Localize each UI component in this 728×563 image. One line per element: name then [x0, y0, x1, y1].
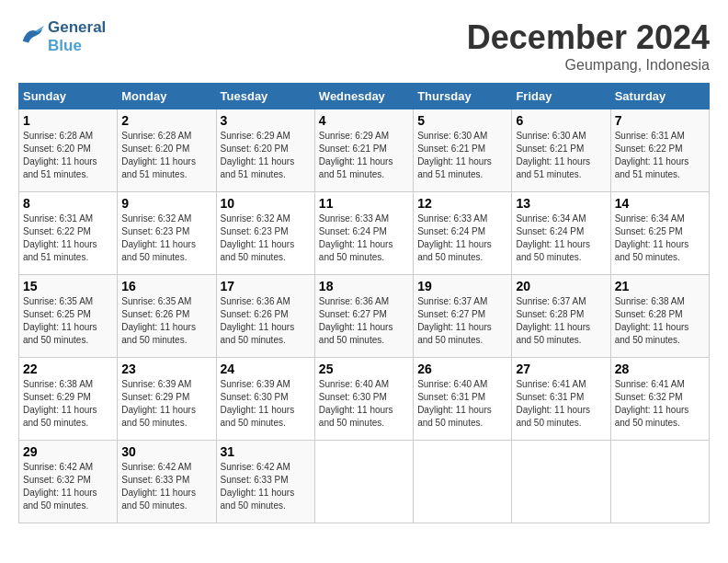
logo-bird-icon: [18, 24, 44, 50]
title-block: December 2024 Geumpang, Indonesia: [467, 18, 710, 74]
calendar-table: SundayMondayTuesdayWednesdayThursdayFrid…: [18, 83, 710, 523]
calendar-cell: 31 Sunrise: 6:42 AM Sunset: 6:33 PM Dayl…: [216, 441, 314, 523]
calendar-cell: 5 Sunrise: 6:30 AM Sunset: 6:21 PM Dayli…: [414, 109, 512, 192]
calendar-cell: 6 Sunrise: 6:30 AM Sunset: 6:21 PM Dayli…: [512, 109, 610, 192]
day-info: Sunrise: 6:31 AM Sunset: 6:22 PM Dayligh…: [615, 130, 705, 181]
day-number: 8: [23, 196, 113, 211]
day-info: Sunrise: 6:41 AM Sunset: 6:31 PM Dayligh…: [516, 378, 606, 430]
week-row-4: 22 Sunrise: 6:38 AM Sunset: 6:29 PM Dayl…: [19, 358, 710, 441]
day-info: Sunrise: 6:39 AM Sunset: 6:30 PM Dayligh…: [221, 378, 311, 430]
calendar-cell: 23 Sunrise: 6:39 AM Sunset: 6:29 PM Dayl…: [118, 358, 216, 441]
calendar-cell: [512, 441, 610, 523]
calendar-cell: 24 Sunrise: 6:39 AM Sunset: 6:30 PM Dayl…: [216, 358, 314, 441]
calendar-cell: 14 Sunrise: 6:34 AM Sunset: 6:25 PM Dayl…: [610, 192, 709, 275]
calendar-cell: 1 Sunrise: 6:28 AM Sunset: 6:20 PM Dayli…: [19, 109, 118, 192]
calendar-cell: 16 Sunrise: 6:35 AM Sunset: 6:26 PM Dayl…: [118, 275, 216, 358]
calendar-cell: 22 Sunrise: 6:38 AM Sunset: 6:29 PM Dayl…: [19, 358, 118, 441]
day-number: 31: [221, 444, 311, 459]
day-number: 14: [615, 196, 705, 211]
day-number: 21: [615, 279, 705, 293]
week-row-3: 15 Sunrise: 6:35 AM Sunset: 6:25 PM Dayl…: [19, 275, 710, 358]
day-info: Sunrise: 6:28 AM Sunset: 6:20 PM Dayligh…: [121, 130, 211, 181]
day-number: 27: [516, 362, 606, 376]
calendar-cell: 7 Sunrise: 6:31 AM Sunset: 6:22 PM Dayli…: [610, 109, 709, 192]
day-info: Sunrise: 6:37 AM Sunset: 6:28 PM Dayligh…: [516, 295, 606, 347]
day-info: Sunrise: 6:33 AM Sunset: 6:24 PM Dayligh…: [319, 213, 409, 264]
day-info: Sunrise: 6:38 AM Sunset: 6:29 PM Dayligh…: [23, 378, 113, 430]
day-number: 12: [417, 196, 507, 211]
calendar-cell: 2 Sunrise: 6:28 AM Sunset: 6:20 PM Dayli…: [118, 109, 216, 192]
week-row-5: 29 Sunrise: 6:42 AM Sunset: 6:32 PM Dayl…: [19, 441, 710, 523]
day-number: 28: [615, 362, 705, 376]
calendar-cell: 30 Sunrise: 6:42 AM Sunset: 6:33 PM Dayl…: [118, 441, 216, 523]
day-number: 7: [615, 113, 705, 128]
header-sunday: Sunday: [19, 84, 118, 109]
day-number: 15: [23, 279, 113, 293]
calendar-cell: 12 Sunrise: 6:33 AM Sunset: 6:24 PM Dayl…: [414, 192, 512, 275]
page-header: General Blue December 2024 Geumpang, Ind…: [18, 18, 710, 74]
logo-text: General Blue: [48, 18, 106, 56]
day-info: Sunrise: 6:40 AM Sunset: 6:31 PM Dayligh…: [417, 378, 507, 430]
day-info: Sunrise: 6:36 AM Sunset: 6:27 PM Dayligh…: [319, 295, 409, 347]
day-info: Sunrise: 6:34 AM Sunset: 6:24 PM Dayligh…: [516, 213, 606, 264]
day-info: Sunrise: 6:35 AM Sunset: 6:25 PM Dayligh…: [23, 295, 113, 347]
day-info: Sunrise: 6:30 AM Sunset: 6:21 PM Dayligh…: [516, 130, 606, 181]
calendar-cell: 19 Sunrise: 6:37 AM Sunset: 6:27 PM Dayl…: [414, 275, 512, 358]
day-number: 4: [319, 113, 409, 128]
day-number: 16: [121, 279, 211, 293]
day-number: 24: [221, 362, 311, 376]
calendar-cell: 8 Sunrise: 6:31 AM Sunset: 6:22 PM Dayli…: [19, 192, 118, 275]
calendar-cell: 27 Sunrise: 6:41 AM Sunset: 6:31 PM Dayl…: [512, 358, 610, 441]
day-number: 6: [516, 113, 606, 128]
day-info: Sunrise: 6:41 AM Sunset: 6:32 PM Dayligh…: [615, 378, 705, 430]
day-number: 22: [23, 362, 113, 376]
calendar-cell: 10 Sunrise: 6:32 AM Sunset: 6:23 PM Dayl…: [216, 192, 314, 275]
week-row-2: 8 Sunrise: 6:31 AM Sunset: 6:22 PM Dayli…: [19, 192, 710, 275]
calendar-cell: 29 Sunrise: 6:42 AM Sunset: 6:32 PM Dayl…: [19, 441, 118, 523]
day-info: Sunrise: 6:39 AM Sunset: 6:29 PM Dayligh…: [121, 378, 211, 430]
day-info: Sunrise: 6:35 AM Sunset: 6:26 PM Dayligh…: [121, 295, 211, 347]
week-row-1: 1 Sunrise: 6:28 AM Sunset: 6:20 PM Dayli…: [19, 109, 710, 192]
day-info: Sunrise: 6:29 AM Sunset: 6:20 PM Dayligh…: [221, 130, 311, 181]
logo: General Blue: [18, 18, 106, 56]
calendar-cell: 3 Sunrise: 6:29 AM Sunset: 6:20 PM Dayli…: [216, 109, 314, 192]
day-info: Sunrise: 6:34 AM Sunset: 6:25 PM Dayligh…: [615, 213, 705, 264]
calendar-cell: [414, 441, 512, 523]
day-info: Sunrise: 6:40 AM Sunset: 6:30 PM Dayligh…: [319, 378, 409, 430]
day-info: Sunrise: 6:32 AM Sunset: 6:23 PM Dayligh…: [221, 213, 311, 264]
calendar-cell: 13 Sunrise: 6:34 AM Sunset: 6:24 PM Dayl…: [512, 192, 610, 275]
calendar-cell: 4 Sunrise: 6:29 AM Sunset: 6:21 PM Dayli…: [314, 109, 413, 192]
calendar-cell: [314, 441, 413, 523]
day-info: Sunrise: 6:30 AM Sunset: 6:21 PM Dayligh…: [417, 130, 507, 181]
day-number: 1: [23, 113, 113, 128]
day-number: 30: [121, 444, 211, 459]
calendar-cell: 26 Sunrise: 6:40 AM Sunset: 6:31 PM Dayl…: [414, 358, 512, 441]
day-info: Sunrise: 6:33 AM Sunset: 6:24 PM Dayligh…: [417, 213, 507, 264]
day-number: 11: [319, 196, 409, 211]
day-number: 26: [417, 362, 507, 376]
day-number: 18: [319, 279, 409, 293]
header-thursday: Thursday: [414, 84, 512, 109]
day-number: 10: [221, 196, 311, 211]
day-number: 20: [516, 279, 606, 293]
calendar-cell: 15 Sunrise: 6:35 AM Sunset: 6:25 PM Dayl…: [19, 275, 118, 358]
day-info: Sunrise: 6:28 AM Sunset: 6:20 PM Dayligh…: [23, 130, 113, 181]
calendar-cell: 17 Sunrise: 6:36 AM Sunset: 6:26 PM Dayl…: [216, 275, 314, 358]
calendar-cell: 9 Sunrise: 6:32 AM Sunset: 6:23 PM Dayli…: [118, 192, 216, 275]
header-wednesday: Wednesday: [314, 84, 413, 109]
day-number: 2: [121, 113, 211, 128]
day-info: Sunrise: 6:36 AM Sunset: 6:26 PM Dayligh…: [221, 295, 311, 347]
day-number: 17: [221, 279, 311, 293]
day-number: 9: [121, 196, 211, 211]
header-tuesday: Tuesday: [216, 84, 314, 109]
day-number: 3: [221, 113, 311, 128]
month-title: December 2024: [467, 18, 710, 57]
day-info: Sunrise: 6:42 AM Sunset: 6:33 PM Dayligh…: [121, 461, 211, 512]
header-monday: Monday: [118, 84, 216, 109]
header-row: SundayMondayTuesdayWednesdayThursdayFrid…: [19, 84, 710, 109]
day-info: Sunrise: 6:32 AM Sunset: 6:23 PM Dayligh…: [121, 213, 211, 264]
day-number: 19: [417, 279, 507, 293]
day-info: Sunrise: 6:42 AM Sunset: 6:32 PM Dayligh…: [23, 461, 113, 512]
day-info: Sunrise: 6:31 AM Sunset: 6:22 PM Dayligh…: [23, 213, 113, 264]
day-number: 23: [121, 362, 211, 376]
